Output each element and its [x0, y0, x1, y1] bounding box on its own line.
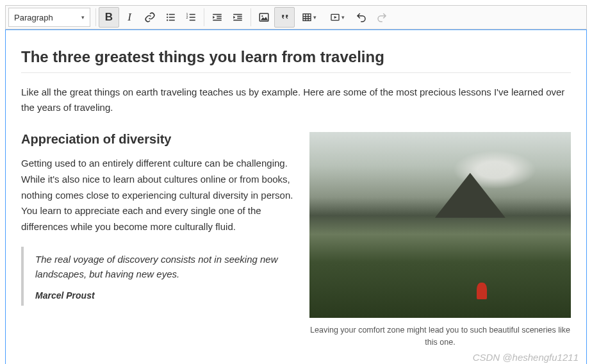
italic-icon: I	[127, 11, 131, 24]
link-icon	[144, 12, 156, 23]
chevron-down-icon: ▾	[81, 14, 85, 21]
outdent-button[interactable]	[207, 7, 227, 28]
section-paragraph[interactable]: Getting used to an entirely different cu…	[21, 156, 297, 235]
undo-button[interactable]	[351, 7, 372, 28]
bulleted-list-icon	[165, 12, 176, 23]
indent-icon	[232, 12, 243, 23]
figure-image[interactable]	[309, 132, 571, 318]
redo-button[interactable]	[372, 7, 392, 28]
heading-dropdown-label: Paragraph	[14, 13, 53, 22]
toolbar-separator	[251, 8, 251, 26]
editor-toolbar: Paragraph ▾ B I 12	[5, 5, 587, 29]
indent-button[interactable]	[227, 7, 248, 28]
figure-caption[interactable]: Leaving your comfort zone might lead you…	[309, 324, 571, 349]
svg-point-3	[261, 15, 263, 17]
undo-icon	[356, 12, 367, 23]
blockquote-button[interactable]	[274, 7, 295, 28]
blockquote[interactable]: The real voyage of discovery consists no…	[21, 247, 297, 306]
image-button[interactable]	[254, 7, 274, 28]
image-icon	[258, 12, 270, 23]
bold-icon: B	[105, 11, 113, 24]
section-heading[interactable]: Appreciation of diversity	[21, 132, 297, 147]
hiker-decoration	[477, 283, 487, 299]
link-button[interactable]	[140, 7, 160, 28]
outdent-icon	[211, 12, 223, 23]
figure[interactable]: Leaving your comfort zone might lead you…	[309, 132, 571, 349]
redo-icon	[376, 12, 388, 23]
quote-icon	[279, 12, 290, 23]
quote-author[interactable]: Marcel Proust	[35, 290, 297, 301]
toolbar-separator	[95, 8, 96, 26]
chevron-down-icon: ▾	[341, 14, 345, 21]
media-icon	[330, 12, 340, 22]
italic-button[interactable]: I	[119, 7, 140, 28]
document-title[interactable]: The three greatest things you learn from…	[21, 48, 571, 73]
numbered-list-button[interactable]: 12	[181, 7, 201, 28]
media-button[interactable]: ▾	[323, 7, 351, 28]
svg-rect-4	[303, 14, 311, 21]
editor-content[interactable]: The three greatest things you learn from…	[5, 29, 587, 364]
intro-paragraph[interactable]: Like all the great things on earth trave…	[21, 85, 571, 115]
table-button[interactable]: ▾	[295, 7, 323, 28]
heading-dropdown[interactable]: Paragraph ▾	[8, 8, 90, 27]
watermark: CSDN @heshengfu1211	[473, 352, 579, 363]
chevron-down-icon: ▾	[313, 14, 317, 21]
svg-text:2: 2	[186, 15, 188, 19]
bulleted-list-button[interactable]	[160, 7, 181, 28]
quote-text[interactable]: The real voyage of discovery consists no…	[35, 252, 297, 282]
toolbar-separator	[204, 8, 204, 26]
bold-button[interactable]: B	[99, 7, 119, 28]
table-icon	[302, 12, 312, 22]
numbered-list-icon: 12	[185, 12, 197, 23]
